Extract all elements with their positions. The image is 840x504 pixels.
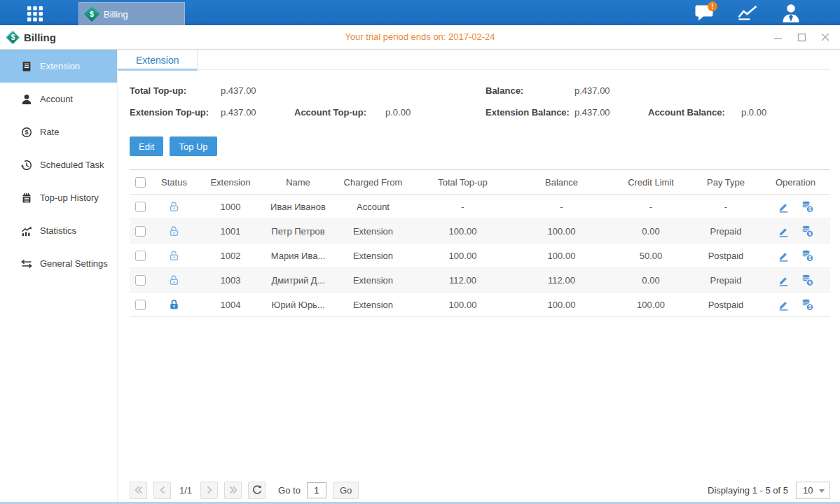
edit-pencil-icon[interactable]	[778, 274, 790, 286]
topup-coins-icon[interactable]	[801, 249, 814, 262]
window-titlebar: $ Billing Your trial period ends on: 201…	[0, 25, 840, 50]
dollar-circle-icon: $	[21, 127, 32, 138]
unlocked-icon[interactable]	[168, 250, 180, 262]
trial-notice: Your trial period ends on: 2017-02-24	[0, 25, 840, 49]
chat-bubble-icon[interactable]: !	[694, 3, 715, 22]
cell-balance: -	[512, 195, 611, 219]
account-balance-value: p.0.00	[741, 107, 766, 118]
cell-charged-from: Extension	[333, 293, 413, 317]
next-page-button[interactable]	[200, 482, 218, 499]
edit-pencil-icon[interactable]	[778, 225, 790, 237]
cell-total-topup: 100.00	[413, 244, 512, 268]
balance-value: p.437.00	[574, 85, 610, 96]
action-buttons: Edit Top Up	[130, 136, 217, 156]
edit-pencil-icon[interactable]	[778, 201, 790, 213]
billing-diamond-icon: $	[84, 6, 100, 22]
refresh-icon[interactable]	[248, 482, 266, 499]
sidebar-item-rate[interactable]: $ Rate	[0, 115, 117, 148]
person-icon	[21, 94, 32, 105]
go-button[interactable]: Go	[333, 482, 359, 499]
topup-coins-icon[interactable]	[801, 225, 814, 238]
row-checkbox[interactable]	[135, 226, 146, 237]
cell-total-topup: 100.00	[413, 293, 512, 317]
row-checkbox[interactable]	[135, 251, 146, 261]
cell-charged-from: Account	[333, 195, 413, 219]
cell-name: Мария Ива...	[263, 244, 333, 268]
person-icon[interactable]	[780, 3, 801, 22]
sidebar-item-topup-history[interactable]: Top-up History	[0, 181, 117, 214]
col-status: Status	[151, 170, 198, 195]
row-checkbox[interactable]	[135, 202, 146, 212]
cell-extension: 1003	[198, 268, 263, 293]
sidebar-item-scheduled-task[interactable]: Scheduled Task	[0, 148, 117, 181]
sidebar-item-extension[interactable]: Extension	[0, 50, 117, 83]
col-name: Name	[263, 170, 333, 195]
minimize-icon[interactable]	[773, 32, 783, 42]
sidebar-item-label: Account	[40, 94, 73, 104]
unlocked-icon[interactable]	[168, 201, 180, 213]
cell-name: Петр Петров	[263, 219, 333, 244]
edit-pencil-icon[interactable]	[778, 250, 790, 262]
page-indicator: 1/1	[179, 485, 192, 496]
edit-button[interactable]: Edit	[130, 136, 163, 156]
row-checkbox[interactable]	[135, 275, 146, 286]
sidebar-item-label: Scheduled Task	[40, 160, 104, 170]
close-icon[interactable]	[820, 32, 830, 42]
app-grid-icon[interactable]	[25, 4, 45, 22]
maximize-icon[interactable]	[797, 32, 806, 42]
cell-extension: 1004	[198, 293, 263, 317]
cell-name: Дмитрий Д...	[263, 268, 333, 293]
goto-page-input[interactable]	[307, 482, 326, 498]
col-extension: Extension	[198, 170, 263, 195]
unlocked-icon[interactable]	[168, 274, 180, 286]
extension-topup-label: Extension Top-up:	[130, 107, 209, 118]
ledger-icon	[21, 61, 32, 72]
cell-credit-limit: 0.00	[611, 219, 691, 244]
page-size-select[interactable]: 10	[796, 482, 830, 499]
locked-icon[interactable]	[168, 299, 180, 311]
cell-extension: 1001	[198, 219, 263, 244]
sidebar-item-general-settings[interactable]: General Settings	[0, 247, 117, 280]
cell-pay-type: -	[691, 195, 761, 219]
table-row: 1004 Юрий Юрь... Extension 100.00 100.00…	[130, 293, 830, 317]
col-charged-from: Charged From	[333, 170, 413, 195]
account-topup-label: Account Top-up:	[294, 107, 366, 118]
sidebar-item-label: Rate	[40, 127, 59, 137]
cell-credit-limit: 100.00	[611, 293, 691, 317]
taskbar-tab-billing[interactable]: $ Billing	[78, 2, 185, 25]
prev-page-button[interactable]	[153, 482, 171, 499]
extension-topup-value: p.437.00	[221, 107, 256, 118]
table-row: 1003 Дмитрий Д... Extension 112.00 112.0…	[130, 268, 830, 293]
bar-chart-icon	[21, 225, 32, 237]
balance-label: Balance:	[486, 85, 523, 96]
topup-coins-icon[interactable]	[801, 298, 814, 312]
cell-total-topup: -	[413, 195, 512, 219]
cell-balance: 100.00	[512, 293, 611, 317]
cell-balance: 100.00	[512, 219, 611, 244]
notification-badge: !	[708, 1, 717, 11]
select-all-checkbox[interactable]	[135, 177, 146, 188]
topup-coins-icon[interactable]	[801, 274, 814, 287]
tab-extension[interactable]: Extension	[118, 50, 198, 71]
cell-pay-type: Prepaid	[691, 268, 761, 293]
pagination-bar: 1/1 Go to Go Displaying 1 - 5 of 5 10	[130, 480, 830, 500]
extension-balance-label: Extension Balance:	[486, 107, 570, 118]
sidebar-item-statistics[interactable]: Statistics	[0, 214, 117, 247]
sidebar-item-label: Top-up History	[40, 192, 99, 203]
account-topup-value: p.0.00	[385, 107, 411, 118]
edit-pencil-icon[interactable]	[778, 299, 790, 311]
col-balance: Balance	[512, 170, 611, 195]
sidebar-item-label: Statistics	[40, 225, 76, 236]
sidebar-item-label: Extension	[40, 61, 80, 71]
unlocked-icon[interactable]	[168, 225, 180, 237]
chevron-down-icon	[819, 489, 825, 493]
first-page-button[interactable]	[130, 482, 147, 499]
goto-label: Go to	[278, 485, 301, 496]
line-chart-icon[interactable]	[737, 3, 758, 22]
topup-coins-icon[interactable]	[801, 200, 814, 214]
sidebar-item-account[interactable]: Account	[0, 83, 117, 115]
row-checkbox[interactable]	[135, 300, 146, 310]
last-page-button[interactable]	[224, 482, 242, 499]
cell-credit-limit: 0.00	[611, 268, 691, 293]
topup-button[interactable]: Top Up	[170, 136, 216, 156]
